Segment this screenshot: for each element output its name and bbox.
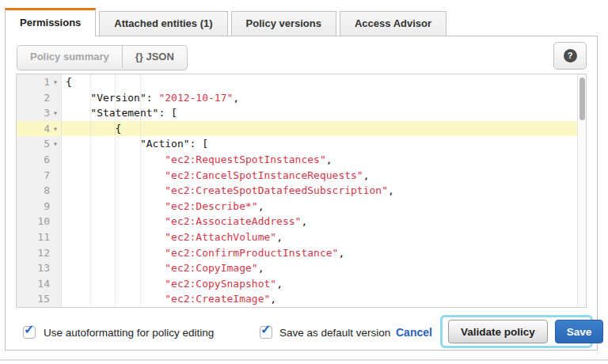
code-text: "Version": "2012-10-17", [62, 90, 586, 106]
code-text: "Statement": [ [62, 105, 586, 121]
code-line-14: 14 "ec2:CopySnapshot", [17, 276, 586, 292]
tab-policy-versions[interactable]: Policy versions [231, 11, 336, 36]
code-line-6: 6 "ec2:RequestSpotInstances", [17, 152, 586, 168]
editor-scrollbar[interactable] [577, 74, 586, 307]
policy-json-editor[interactable]: 1▾{2 "Version": "2012-10-17",3▾ "Stateme… [16, 74, 587, 308]
code-text: "ec2:RequestSpotInstances", [62, 152, 586, 168]
code-text: "ec2:CreateImage", [62, 291, 586, 307]
cancel-link[interactable]: Cancel [396, 326, 432, 339]
code-line-1: 1▾{ [17, 74, 586, 90]
fold-arrow-icon[interactable]: ▾ [50, 74, 61, 90]
permissions-panel: Policy summary {} JSON ? 1▾{2 "Version":… [5, 36, 598, 351]
code-line-8: 8 "ec2:CreateSpotDatafeedSubscription", [17, 183, 586, 199]
tab-bar: PermissionsAttached entities (1)Policy v… [5, 8, 446, 36]
checkmark-icon: ✓ [24, 322, 34, 337]
autoformat-checkbox[interactable]: ✓ [23, 326, 36, 339]
gutter-cell: 5▾ [17, 136, 62, 152]
gutter-cell: 10 [17, 214, 62, 229]
fold-arrow-icon[interactable]: ▾ [50, 136, 61, 152]
editor-rows: 1▾{2 "Version": "2012-10-17",3▾ "Stateme… [17, 74, 586, 307]
code-text: "Action": [ [62, 136, 586, 152]
scrollbar-thumb[interactable] [580, 78, 585, 120]
code-line-15: 15 "ec2:CreateImage", [17, 291, 586, 307]
default-version-checkbox[interactable]: ✓ [260, 326, 272, 339]
code-text: "ec2:Describe*", [62, 199, 586, 214]
code-text: "ec2:ConfirmProductInstance", [62, 245, 586, 261]
fold-arrow-icon[interactable]: ▾ [50, 105, 61, 121]
code-line-13: 13 "ec2:CopyImage", [17, 260, 586, 276]
gutter-cell: 7 [17, 168, 62, 184]
gutter-cell: 9 [17, 199, 62, 214]
gutter-cell: 6 [17, 152, 62, 168]
bottom-divider [0, 359, 608, 361]
code-text: { [62, 121, 586, 137]
code-line-3: 3▾ "Statement": [ [17, 105, 586, 121]
validate-policy-button[interactable]: Validate policy [448, 320, 548, 343]
primary-actions-focus-ring: Validate policy Save [440, 315, 593, 348]
default-version-label: Save as default version [279, 327, 390, 339]
gutter-cell: 2 [17, 90, 62, 106]
tab-permissions[interactable]: Permissions [5, 8, 96, 36]
question-mark-icon: ? [564, 49, 577, 63]
code-line-7: 7 "ec2:CancelSpotInstanceRequests", [17, 168, 586, 184]
json-button[interactable]: {} JSON [123, 46, 187, 68]
tab-access-advisor[interactable]: Access Advisor [340, 11, 446, 36]
gutter-cell: 3▾ [17, 105, 62, 121]
gutter-cell: 11 [17, 229, 62, 245]
gutter-cell: 4▾ [17, 121, 62, 137]
code-line-12: 12 "ec2:ConfirmProductInstance", [17, 245, 586, 261]
autoformat-label: Use autoformatting for policy editing [44, 327, 214, 339]
code-text: "ec2:CopyImage", [62, 260, 586, 276]
policy-view-toggle: Policy summary {} JSON [17, 45, 188, 70]
code-text: "ec2:AttachVolume", [62, 229, 586, 245]
gutter-cell: 13 [17, 260, 62, 276]
code-line-4: 4▾ { [17, 121, 586, 137]
gutter-cell: 1▾ [17, 74, 62, 90]
tab-attached-entities[interactable]: Attached entities (1) [99, 11, 227, 36]
fold-arrow-icon[interactable]: ▾ [50, 121, 61, 137]
code-text: { [62, 74, 586, 90]
save-button[interactable]: Save [555, 320, 604, 343]
gutter-cell: 12 [17, 245, 62, 261]
gutter-cell: 15 [17, 291, 62, 307]
gutter-cell: 14 [17, 276, 62, 292]
code-text: "ec2:CreateSpotDatafeedSubscription", [62, 183, 586, 199]
help-button[interactable]: ? [553, 42, 587, 70]
code-line-2: 2 "Version": "2012-10-17", [17, 90, 586, 106]
code-text: "ec2:AssociateAddress", [62, 214, 586, 229]
code-text: "ec2:CancelSpotInstanceRequests", [62, 168, 586, 184]
checkmark-icon: ✓ [260, 322, 271, 337]
code-line-10: 10 "ec2:AssociateAddress", [17, 214, 586, 229]
code-text: "ec2:CopySnapshot", [62, 276, 586, 292]
code-line-9: 9 "ec2:Describe*", [17, 199, 586, 214]
policy-summary-button[interactable]: Policy summary [17, 46, 123, 68]
code-line-11: 11 "ec2:AttachVolume", [17, 229, 586, 245]
gutter-cell: 8 [17, 183, 62, 199]
code-line-5: 5▾ "Action": [ [17, 136, 586, 152]
